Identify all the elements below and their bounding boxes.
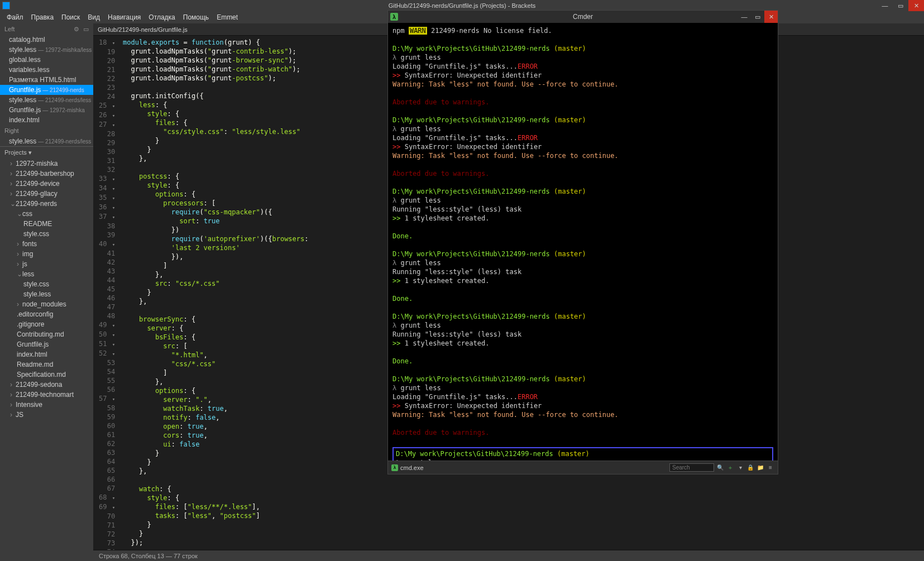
working-file[interactable]: Разметка HTML5.html — [0, 75, 93, 85]
window-title: GitHub/212499-nerds/Gruntfile.js (Projec… — [389, 2, 536, 9]
menu-правка[interactable]: Правка — [28, 12, 58, 22]
terminal-titlebar[interactable]: λ Cmder — ▭ ✕ — [388, 11, 778, 23]
tree-node[interactable]: style.css — [0, 279, 93, 289]
working-file[interactable]: global.less — [0, 55, 93, 65]
menu-icon[interactable]: ≡ — [767, 464, 774, 472]
terminal-minimize-button[interactable]: — — [738, 11, 751, 23]
status-text: Строка 68, Столбец 13 — 77 строк — [99, 553, 198, 559]
split-icon[interactable]: ▭ — [83, 26, 89, 32]
window-controls: — ▭ ✕ — [877, 0, 924, 11]
working-file[interactable]: Gruntfile.js — 212499-nerds — [0, 85, 93, 95]
working-files-right: style.less — 212499-nerds/less — [0, 136, 93, 146]
tree-node[interactable]: .editorconfig — [0, 309, 93, 319]
tree-node[interactable]: README — [0, 219, 93, 229]
tree-node[interactable]: 212499-device — [0, 179, 93, 189]
tree-node[interactable]: 212499-sedona — [0, 380, 93, 390]
terminal-search-input[interactable] — [669, 463, 714, 472]
menu-поиск[interactable]: Поиск — [58, 12, 83, 22]
app-titlebar: GitHub/212499-nerds/Gruntfile.js (Projec… — [0, 0, 924, 11]
working-file[interactable]: style.less — 212499-nerds/less — [0, 95, 93, 105]
tree-node[interactable]: index.html — [0, 349, 93, 359]
cmder-tab-icon: λ — [391, 464, 398, 471]
working-file[interactable]: index.html — [0, 115, 93, 125]
folder-icon[interactable]: 📁 — [757, 464, 764, 472]
terminal-maximize-button[interactable]: ▭ — [751, 11, 764, 23]
tree-node[interactable]: fonts — [0, 239, 93, 249]
terminal-title: Cmder — [573, 13, 593, 21]
tree-node[interactable]: js — [0, 259, 93, 269]
left-label: Left — [4, 26, 15, 32]
tree-node[interactable]: Gruntfile.js — [0, 339, 93, 349]
menu-отладка[interactable]: Отладка — [145, 12, 178, 22]
menu-вид[interactable]: Вид — [84, 12, 103, 22]
maximize-button[interactable]: ▭ — [893, 0, 908, 11]
tree-node[interactable]: less — [0, 269, 93, 279]
terminal-window: λ Cmder — ▭ ✕ npm WARN 212499-nerds No l… — [387, 10, 778, 474]
working-file[interactable]: Gruntfile.js — 12972-mishka — [0, 105, 93, 115]
tree-node[interactable]: img — [0, 249, 93, 259]
working-file[interactable]: style.less — 12972-mishka/less — [0, 45, 93, 55]
tree-node[interactable]: css — [0, 209, 93, 219]
brackets-logo-icon — [2, 2, 10, 9]
working-file[interactable]: catalog.html — [0, 35, 93, 45]
active-tab[interactable]: GitHub/212499-nerds/Gruntfile.js — [98, 26, 188, 33]
project-tree: 12972-mishka212499-barbershop212499-devi… — [0, 159, 93, 561]
tree-node[interactable]: Readme.md — [0, 359, 93, 370]
menu-навигация[interactable]: Навигация — [104, 12, 144, 22]
working-file[interactable]: variables.less — [0, 65, 93, 75]
tree-node[interactable]: 212499-technomart — [0, 390, 93, 400]
minimize-button[interactable]: — — [877, 0, 893, 11]
working-file[interactable]: style.less — 212499-nerds/less — [0, 136, 93, 146]
menu-файл[interactable]: Файл — [3, 12, 27, 22]
tree-node[interactable]: 212499-barbershop — [0, 169, 93, 179]
tree-node[interactable]: 212499-nerds — [0, 199, 93, 209]
dropdown-icon[interactable]: ▾ — [736, 464, 744, 472]
sidebar-right-header: Right — [0, 125, 93, 136]
terminal-output[interactable]: npm WARN 212499-nerds No license field.D… — [388, 23, 778, 461]
tree-node[interactable]: style.less — [0, 289, 93, 299]
add-tab-icon[interactable]: ＋ — [726, 464, 734, 472]
tree-node[interactable]: node_modules — [0, 299, 93, 309]
close-button[interactable]: ✕ — [908, 0, 924, 11]
lock-icon[interactable]: 🔒 — [746, 464, 754, 472]
chevron-down-icon: ▾ — [28, 149, 32, 156]
gear-icon[interactable]: ⚙ — [74, 26, 79, 32]
sidebar: Left ⚙ ▭ catalog.htmlstyle.less — 12972-… — [0, 23, 93, 561]
tree-node[interactable]: JS — [0, 410, 93, 420]
statusbar: Строка 68, Столбец 13 — 77 строк — [93, 550, 924, 561]
tree-node[interactable]: Specification.md — [0, 370, 93, 380]
tree-node[interactable]: Contributing.md — [0, 329, 93, 339]
tree-node[interactable]: 12972-mishka — [0, 159, 93, 169]
tree-node[interactable]: style.css — [0, 229, 93, 239]
tree-node[interactable]: 212499-gllacy — [0, 189, 93, 199]
search-icon[interactable]: 🔍 — [716, 464, 724, 472]
projects-header[interactable]: Projects ▾ — [0, 146, 93, 159]
cmder-icon: λ — [390, 13, 398, 21]
working-files-left: catalog.htmlstyle.less — 12972-mishka/le… — [0, 35, 93, 125]
tree-node[interactable]: .gitignore — [0, 319, 93, 329]
sidebar-left-header: Left ⚙ ▭ — [0, 23, 93, 35]
terminal-close-button[interactable]: ✕ — [764, 11, 778, 23]
menu-помощь[interactable]: Помощь — [180, 12, 212, 22]
menu-emmet[interactable]: Emmet — [213, 12, 241, 22]
line-gutter: 18 ▾19202122232425 ▾26 ▾27 ▾282930313233… — [93, 36, 118, 550]
terminal-tabbar: λ cmd.exe 🔍 ＋ ▾ 🔒 📁 ≡ — [388, 461, 778, 474]
tree-node[interactable]: Intensive — [0, 400, 93, 410]
right-label: Right — [4, 127, 19, 134]
terminal-tab[interactable]: cmd.exe — [400, 464, 424, 471]
